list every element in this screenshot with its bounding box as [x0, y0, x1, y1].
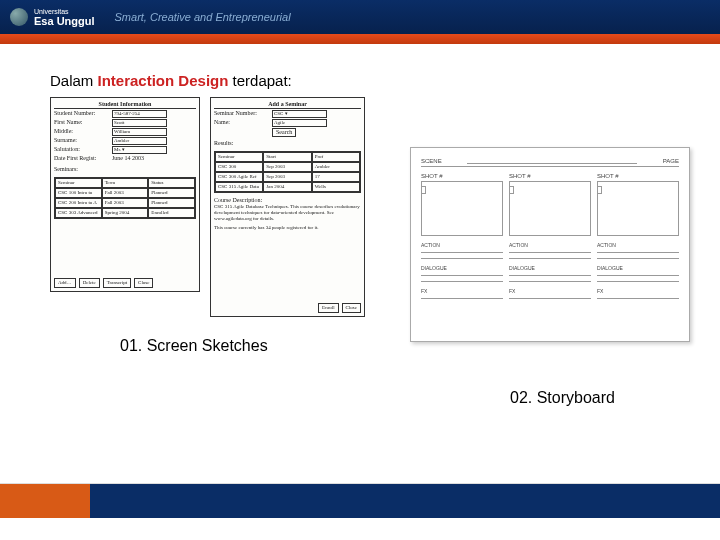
intro-after: terdapat: [228, 72, 291, 89]
caption-storyboard: 02. Storyboard [510, 389, 680, 407]
sketch1-title: Student Information [54, 101, 196, 109]
sb-page-label: PAGE [663, 158, 679, 164]
figures-area: Student Information Student Number:794-5… [50, 97, 680, 337]
sketch2-title: Add a Seminar [214, 101, 361, 109]
sb-shot-1: SHOT # ACTION DIALOGUE FX [421, 173, 503, 301]
intro-sentence: Dalam Interaction Design terdapat: [50, 72, 680, 89]
intro-keyword: Interaction Design [98, 72, 229, 89]
university-prefix: Universitas [34, 8, 95, 15]
storyboard-template: SCENE PAGE SHOT # ACTION DIALOGUE FX SHO… [410, 147, 690, 342]
header-bar: Universitas Esa Unggul Smart, Creative a… [0, 0, 720, 34]
sketch2-buttons: Enroll Close [214, 303, 361, 313]
university-logo: Universitas Esa Unggul [10, 8, 95, 27]
footer-bar [0, 484, 720, 518]
sketch-add-seminar: Add a Seminar Seminar Number:CSC ▾ Name:… [210, 97, 365, 317]
globe-icon [10, 8, 28, 26]
sb-scene-label: SCENE [421, 158, 442, 164]
footer-navy-block [90, 484, 720, 518]
sketch2-table: SeminarStartProf CSC 300 Rel.DesignsSep … [214, 151, 361, 193]
sketch1-table: SeminarTermStatus CSC 100 Intro to OOFal… [54, 177, 196, 219]
sb-shot-2: SHOT # ACTION DIALOGUE FX [509, 173, 591, 301]
university-name: Esa Unggul [34, 15, 95, 27]
slogan-text: Smart, Creative and Entrepreneurial [115, 11, 291, 23]
footer-orange-block [0, 484, 90, 518]
sb-shot-3: SHOT # ACTION DIALOGUE FX [597, 173, 679, 301]
intro-before: Dalam [50, 72, 98, 89]
sketch-student-info: Student Information Student Number:794-5… [50, 97, 200, 292]
sketch1-buttons: Add… Delete Transcript Close [54, 278, 196, 288]
red-accent-bar [0, 34, 720, 44]
